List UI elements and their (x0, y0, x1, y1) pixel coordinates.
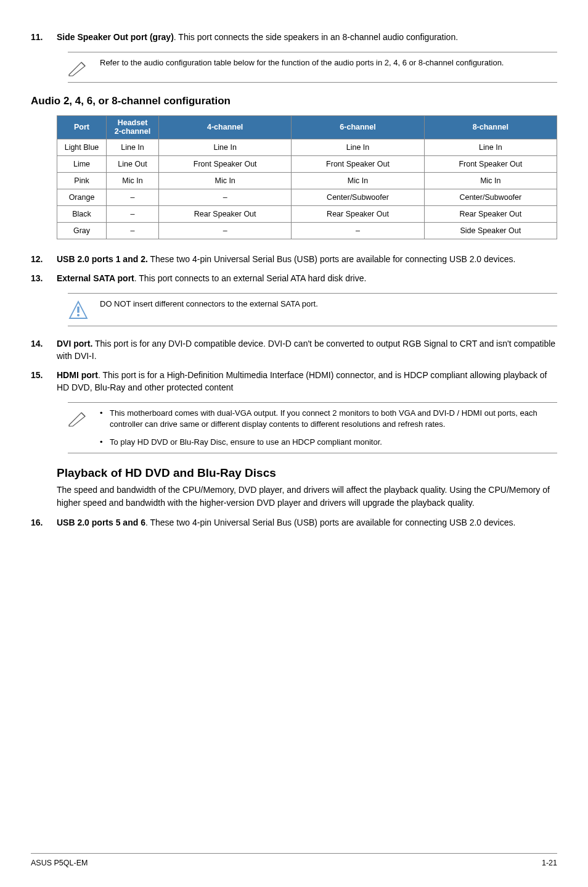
cell: Front Speaker Out (424, 155, 557, 172)
note-bullet: This motherboard comes with dual-VGA out… (100, 408, 557, 430)
cell: Mic In (292, 172, 424, 189)
note-block-audio-ref: Refer to the audio configuration table b… (68, 52, 557, 83)
footer-left: ASUS P5QL-EM (31, 857, 88, 868)
cell: Pink (57, 172, 107, 189)
item-number: 11. (31, 31, 57, 43)
item-body: USB 2.0 ports 1 and 2. These two 4-pin U… (57, 253, 557, 265)
svg-rect-0 (77, 307, 79, 313)
page-footer: ASUS P5QL-EM 1-21 (31, 853, 557, 868)
item-body: HDMI port. This port is for a High-Defin… (57, 369, 557, 394)
item-body: USB 2.0 ports 5 and 6. These two 4-pin U… (57, 516, 557, 529)
cell: Center/Subwoofer (292, 189, 424, 206)
footer-right: 1-21 (542, 857, 557, 868)
item-number: 15. (31, 369, 57, 394)
col-6ch: 6-channel (292, 115, 424, 139)
table-header-row: Port Headset2-channel 4-channel 6-channe… (57, 115, 557, 139)
col-4ch: 4-channel (159, 115, 292, 139)
list-item-13: 13. External SATA port. This port connec… (31, 272, 557, 284)
item-text: These two 4-pin Universal Serial Bus (US… (148, 254, 516, 264)
item-body: External SATA port. This port connects t… (57, 272, 557, 284)
col-headset-l1: Headset (118, 118, 148, 127)
item-text: . This port connects the side speakers i… (174, 32, 458, 42)
cell: – (107, 223, 159, 239)
playback-heading: Playback of HD DVD and Blu-Ray Discs (57, 464, 557, 482)
cell: Line In (292, 139, 424, 155)
table-row: Lime Line Out Front Speaker Out Front Sp… (57, 155, 557, 172)
table-row: Gray – – – Side Speaker Out (57, 223, 557, 239)
col-port: Port (57, 115, 107, 139)
item-body: DVI port. This port is for any DVI-D com… (57, 337, 557, 363)
cell: Mic In (424, 172, 557, 189)
cell: – (107, 189, 159, 206)
cell: Light Blue (57, 139, 107, 155)
cell: Mic In (159, 172, 292, 189)
audio-config-heading: Audio 2, 4, 6, or 8-channel configuratio… (31, 94, 557, 109)
item-title: DVI port. (57, 339, 92, 349)
cell: Front Speaker Out (159, 155, 292, 172)
cell: Gray (57, 223, 107, 239)
col-headset: Headset2-channel (107, 115, 159, 139)
item-text: . These two 4-pin Universal Serial Bus (… (145, 518, 515, 527)
item-number: 16. (31, 516, 57, 529)
item-title: USB 2.0 ports 1 and 2. (57, 254, 148, 264)
note-text: This motherboard comes with dual-VGA out… (100, 408, 557, 448)
cell: – (292, 223, 424, 239)
list-item-11: 11. Side Speaker Out port (gray). This p… (31, 31, 557, 43)
pencil-icon (68, 57, 100, 77)
cell: Line In (107, 139, 159, 155)
item-number: 14. (31, 337, 57, 363)
cell: Rear Speaker Out (159, 206, 292, 223)
pencil-icon (68, 408, 100, 427)
playback-body: The speed and bandwidth of the CPU/Memor… (57, 484, 557, 509)
list-item-12: 12. USB 2.0 ports 1 and 2. These two 4-p… (31, 253, 557, 265)
item-body: Side Speaker Out port (gray). This port … (57, 31, 557, 43)
cell: Orange (57, 189, 107, 206)
col-8ch: 8-channel (424, 115, 557, 139)
item-number: 12. (31, 253, 57, 265)
list-item-14: 14. DVI port. This port is for any DVI-D… (31, 337, 557, 363)
cell: Rear Speaker Out (424, 206, 557, 223)
table-row: Orange – – Center/Subwoofer Center/Subwo… (57, 189, 557, 206)
cell: Mic In (107, 172, 159, 189)
item-title: HDMI port (57, 370, 98, 380)
svg-point-1 (77, 314, 80, 316)
cell: Lime (57, 155, 107, 172)
list-item-15: 15. HDMI port. This port is for a High-D… (31, 369, 557, 394)
cell: Line Out (107, 155, 159, 172)
note-block-vga-hdcp: This motherboard comes with dual-VGA out… (68, 402, 557, 453)
cell: Side Speaker Out (424, 223, 557, 239)
cell: Line In (159, 139, 292, 155)
cell: Rear Speaker Out (292, 206, 424, 223)
warning-icon (68, 299, 100, 321)
list-item-16: 16. USB 2.0 ports 5 and 6. These two 4-p… (31, 516, 557, 529)
cell: Line In (424, 139, 557, 155)
cell: Center/Subwoofer (424, 189, 557, 206)
audio-config-table-wrap: Port Headset2-channel 4-channel 6-channe… (57, 115, 557, 240)
item-title: Side Speaker Out port (gray) (57, 32, 174, 42)
note-bullet: To play HD DVD or Blu-Ray Disc, ensure t… (100, 437, 557, 448)
item-title: External SATA port (57, 273, 134, 283)
note-text: DO NOT insert different connectors to th… (100, 299, 557, 310)
item-text: . This port connects to an external Seri… (134, 273, 367, 283)
cell: – (107, 206, 159, 223)
item-text: . This port is for a High-Definition Mul… (57, 370, 547, 392)
table-row: Black – Rear Speaker Out Rear Speaker Ou… (57, 206, 557, 223)
item-text: This port is for any DVI-D compatible de… (57, 339, 555, 361)
cell: Front Speaker Out (292, 155, 424, 172)
item-title: USB 2.0 ports 5 and 6 (57, 518, 145, 527)
table-row: Light Blue Line In Line In Line In Line … (57, 139, 557, 155)
audio-config-table: Port Headset2-channel 4-channel 6-channe… (57, 115, 557, 240)
table-row: Pink Mic In Mic In Mic In Mic In (57, 172, 557, 189)
warning-block-esata: DO NOT insert different connectors to th… (68, 293, 557, 326)
cell: – (159, 189, 292, 206)
note-text: Refer to the audio configuration table b… (100, 57, 557, 68)
col-headset-l2: 2-channel (115, 127, 150, 136)
item-number: 13. (31, 272, 57, 284)
cell: – (159, 223, 292, 239)
cell: Black (57, 206, 107, 223)
